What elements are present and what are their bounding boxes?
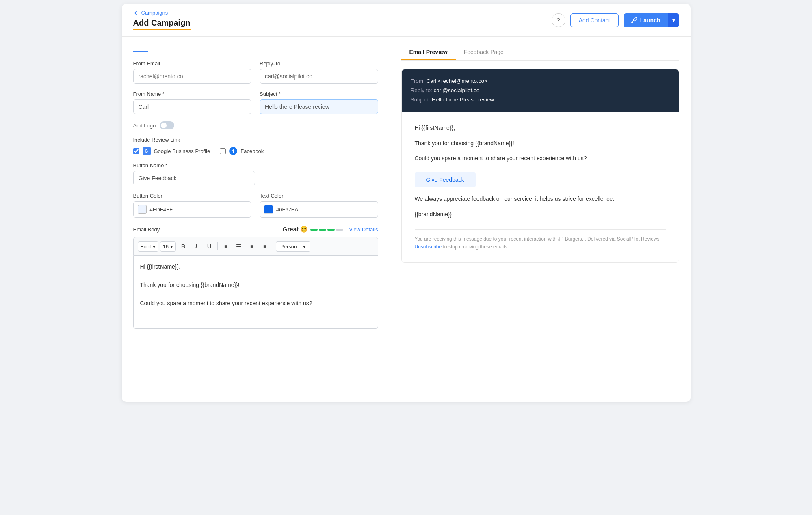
font-chevron-icon: ▾ <box>153 243 156 250</box>
dot-3 <box>327 229 335 231</box>
align-center-button[interactable]: ☰ <box>233 241 245 252</box>
breadcrumb-area: Campaigns Add Campaign <box>133 10 191 30</box>
font-label: Font <box>141 243 151 250</box>
email-body-editor[interactable]: Hi {{firstName}}, Thank you for choosing… <box>133 256 378 329</box>
review-options: G Google Business Profile f Facebook <box>133 147 378 155</box>
color-row: Button Color #EDF4FF Text Color #0F67EA <box>133 193 378 218</box>
dot-2 <box>319 229 326 231</box>
add-contact-button[interactable]: Add Contact <box>570 13 619 27</box>
button-name-label: Button Name * <box>133 162 378 168</box>
justify-button[interactable]: ≡ <box>259 241 271 252</box>
tab-step1[interactable] <box>133 45 148 52</box>
quality-label: Great <box>283 226 299 233</box>
text-color-swatch[interactable] <box>264 205 273 214</box>
preview-appreciate: We always appreciate feedback on our ser… <box>415 194 666 204</box>
launch-btn-group: Launch ▾ <box>624 13 679 27</box>
email-body-label: Email Body <box>133 226 160 233</box>
text-color-input-wrap: #0F67EA <box>260 201 378 218</box>
toolbar-divider-2 <box>273 242 273 250</box>
dot-4 <box>336 229 343 231</box>
body-line1: Hi {{firstName}}, <box>140 262 371 271</box>
review-link-row: Include Review Link G Google Business Pr… <box>133 137 378 155</box>
subject-group: Subject * <box>260 91 378 114</box>
from-email-input[interactable] <box>133 69 252 84</box>
size-chevron-icon: ▾ <box>170 243 173 250</box>
feedback-btn-preview[interactable]: Give Feedback <box>415 172 476 187</box>
rocket-icon <box>631 17 637 24</box>
breadcrumb[interactable]: Campaigns <box>133 10 191 16</box>
page-title: Add Campaign <box>133 18 191 30</box>
breadcrumb-label: Campaigns <box>141 10 168 16</box>
footer-text: You are receiving this message due to yo… <box>415 236 661 242</box>
main-content: From Email Reply-To From Name * Subject … <box>122 37 691 402</box>
font-size-select[interactable]: 16 ▾ <box>160 241 176 252</box>
subject-preview-value: Hello there Please review <box>432 97 494 103</box>
facebook-icon: f <box>229 147 237 155</box>
unsubscribe-link[interactable]: Unsubscribe <box>415 244 442 250</box>
preview-brand: {{brandName}} <box>415 210 666 220</box>
launch-button[interactable]: Launch <box>624 13 668 27</box>
font-select[interactable]: Font ▾ <box>138 241 158 252</box>
preview-greeting: Hi {{firstName}}, <box>415 123 666 133</box>
email-reply-row: From Email Reply-To <box>133 60 378 84</box>
step-tabs <box>133 45 378 52</box>
back-icon <box>133 10 139 16</box>
launch-label: Launch <box>640 17 660 24</box>
toggle-thumb <box>161 123 167 128</box>
tab-feedback-page[interactable]: Feedback Page <box>456 45 512 60</box>
underline-button[interactable]: U <box>204 241 215 252</box>
quality-emoji: 😊 <box>300 226 308 233</box>
google-label: Google Business Profile <box>154 148 210 154</box>
from-line: From: Carl <rechel@mento.co> <box>411 77 670 86</box>
preview-cta-text: Could you spare a moment to share your r… <box>415 154 666 164</box>
personalize-label: Person... <box>280 243 301 250</box>
subject-line: Subject: Hello there Please review <box>411 95 670 105</box>
dot-1 <box>310 229 318 231</box>
top-actions: ? Add Contact Launch ▾ <box>552 13 679 27</box>
top-bar: Campaigns Add Campaign ? Add Contact Lau… <box>122 4 691 37</box>
help-button[interactable]: ? <box>552 13 565 27</box>
align-right-button[interactable]: ≡ <box>246 241 258 252</box>
left-panel: From Email Reply-To From Name * Subject … <box>122 37 390 402</box>
button-name-row: Button Name * <box>133 162 378 185</box>
add-logo-row: Add Logo <box>133 121 378 129</box>
email-header-dark: From: Carl <rechel@mento.co> Reply to: c… <box>402 69 679 112</box>
button-name-input[interactable] <box>133 171 255 185</box>
subject-input[interactable] <box>260 99 378 114</box>
add-logo-label: Add Logo <box>133 123 156 129</box>
tab-step2[interactable] <box>148 45 162 52</box>
google-checkbox[interactable] <box>133 148 139 154</box>
button-color-value: #EDF4FF <box>150 207 173 213</box>
google-option: G Google Business Profile <box>133 147 210 155</box>
button-color-swatch[interactable] <box>138 205 147 214</box>
reply-to-input[interactable] <box>260 69 378 84</box>
button-color-label: Button Color <box>133 193 252 199</box>
launch-chevron-button[interactable]: ▾ <box>668 13 679 27</box>
body-line2: Thank you for choosing {{brandName}}! <box>140 280 371 289</box>
quality-text: Great 😊 <box>283 226 308 233</box>
tab-email-preview[interactable]: Email Preview <box>401 45 456 60</box>
facebook-option: f Facebook <box>220 147 264 155</box>
preview-thanks: Thank you for choosing {{brandName}}! <box>415 139 666 149</box>
personalize-chevron-icon: ▾ <box>303 243 306 250</box>
italic-button[interactable]: I <box>191 241 202 252</box>
add-logo-toggle[interactable] <box>160 121 174 129</box>
from-email-group: From Email <box>133 60 252 84</box>
from-name-label: From Name * <box>133 91 252 97</box>
view-details-link[interactable]: View Details <box>349 226 378 233</box>
from-name-input[interactable] <box>133 99 252 114</box>
from-name-group: From Name * <box>133 91 252 114</box>
text-color-value: #0F67EA <box>276 207 298 213</box>
button-color-group: Button Color #EDF4FF <box>133 193 252 218</box>
preview-tabs: Email Preview Feedback Page <box>401 45 679 61</box>
from-value: Carl <rechel@mento.co> <box>427 78 487 84</box>
align-left-button[interactable]: ≡ <box>220 241 232 252</box>
quality-badge: Great 😊 View Details <box>283 226 378 233</box>
email-body-preview: Hi {{firstName}}, Thank you for choosing… <box>402 112 679 262</box>
text-color-label: Text Color <box>260 193 378 199</box>
bold-button[interactable]: B <box>178 241 189 252</box>
editor-toolbar: Font ▾ 16 ▾ B I U ≡ ☰ ≡ ≡ Person... ▾ <box>133 237 378 256</box>
facebook-checkbox[interactable] <box>220 148 226 154</box>
personalize-select[interactable]: Person... ▾ <box>276 241 310 252</box>
from-label: From: <box>411 78 425 84</box>
